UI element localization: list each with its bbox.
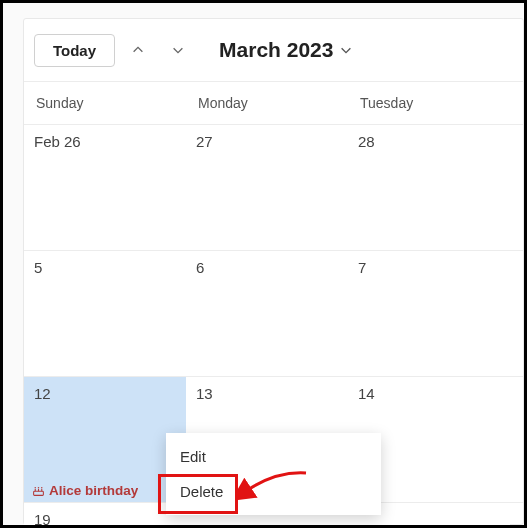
chevron-up-icon [131,43,145,57]
month-label: March 2023 [219,38,333,62]
svg-rect-0 [34,491,44,495]
menu-item-delete[interactable]: Delete [166,474,381,509]
week-row: Feb 26 27 28 [24,125,523,251]
chevron-down-icon [339,38,353,62]
day-cell[interactable]: Feb 26 [24,125,186,250]
day-cell[interactable]: 7 [348,251,510,376]
svg-point-1 [35,487,36,488]
week-row: 5 6 7 [24,251,523,377]
day-number: 12 [34,385,51,402]
menu-item-edit[interactable]: Edit [166,439,381,474]
weekday-header: Tuesday [348,82,510,124]
svg-point-3 [41,487,42,488]
day-cell[interactable]: 27 [186,125,348,250]
weekday-header-row: Sunday Monday Tuesday [24,81,523,125]
today-button[interactable]: Today [34,34,115,67]
day-cell-selected[interactable]: 12 Alice birthday [24,377,186,502]
event-label: Alice birthday [49,483,138,498]
weekday-header: Monday [186,82,348,124]
birthday-cake-icon [32,484,45,497]
next-month-button[interactable] [161,33,195,67]
day-cell[interactable]: 6 [186,251,348,376]
month-picker[interactable]: March 2023 [219,38,353,62]
svg-point-2 [38,487,39,488]
day-cell[interactable]: 19 [24,503,186,528]
day-cell[interactable]: 5 [24,251,186,376]
chevron-down-icon [171,43,185,57]
calendar-toolbar: Today March 2023 [24,19,523,81]
prev-month-button[interactable] [121,33,155,67]
weekday-header: Sunday [24,82,186,124]
event-chip[interactable]: Alice birthday [32,483,138,498]
day-cell[interactable]: 28 [348,125,510,250]
context-menu: Edit Delete [166,433,381,515]
